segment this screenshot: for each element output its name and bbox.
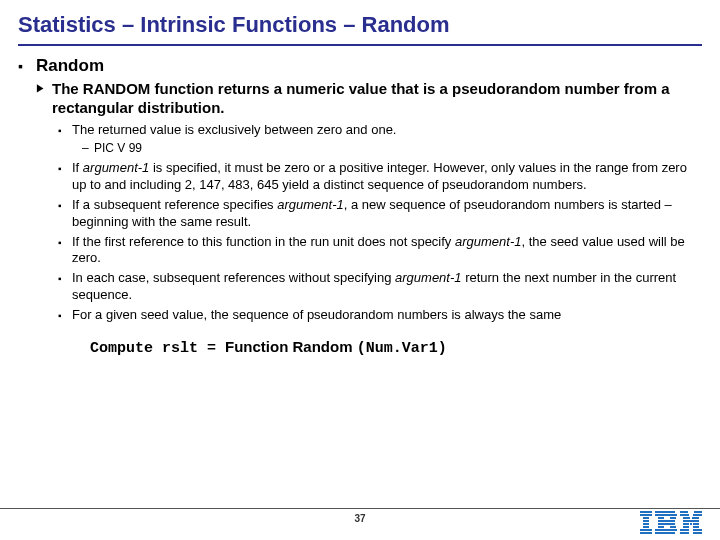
bullet-subsequent-ref: If a subsequent reference specifies argu… (58, 197, 702, 231)
svg-rect-20 (680, 514, 689, 516)
section-heading: Random The RANDOM function returns a num… (18, 56, 702, 359)
svg-rect-15 (670, 526, 676, 528)
b3-pre: If a subsequent reference specifies (72, 197, 277, 212)
b2-post: is specified, it must be zero or a posit… (72, 160, 687, 192)
b3-argname: argument-1 (277, 197, 343, 212)
svg-rect-24 (683, 520, 699, 522)
svg-rect-16 (655, 529, 677, 531)
b5-argname: argument-1 (395, 270, 461, 285)
svg-rect-12 (658, 520, 675, 522)
bullet-next-in-seq: In each case, subsequent references with… (58, 270, 702, 304)
svg-rect-23 (692, 517, 699, 519)
svg-rect-10 (658, 517, 664, 519)
slide-title: Statistics – Intrinsic Functions – Rando… (18, 12, 702, 46)
svg-rect-11 (670, 517, 676, 519)
bullet-argument-range: If argument-1 is specified, it must be z… (58, 160, 702, 194)
ibm-logo (640, 511, 702, 539)
svg-rect-3 (643, 520, 649, 522)
svg-rect-25 (683, 523, 689, 525)
footer: 37 (0, 508, 720, 540)
svg-rect-2 (643, 517, 649, 519)
b2-argname: argument-1 (83, 160, 149, 175)
b4-pre: If the first reference to this function … (72, 234, 455, 249)
code-args: (Num.Var1) (357, 340, 447, 357)
intro-text: The RANDOM function returns a numeric va… (52, 80, 670, 116)
intro-bullet: The RANDOM function returns a numeric va… (36, 80, 702, 359)
svg-rect-29 (693, 526, 699, 528)
svg-rect-9 (655, 514, 677, 516)
svg-rect-0 (640, 511, 652, 513)
b5-pre: In each case, subsequent references with… (72, 270, 395, 285)
svg-rect-5 (643, 526, 649, 528)
bullet-returned-range: The returned value is exclusively betwee… (58, 122, 702, 157)
svg-rect-18 (680, 511, 688, 513)
svg-rect-4 (643, 523, 649, 525)
svg-rect-19 (694, 511, 702, 513)
bullet-pic-clause: PIC V 99 (82, 141, 702, 157)
svg-rect-14 (658, 526, 664, 528)
b4-argname: argument-1 (455, 234, 521, 249)
svg-rect-32 (680, 532, 689, 534)
svg-rect-7 (640, 532, 652, 534)
code-function-name: Function Random (225, 338, 357, 355)
svg-rect-17 (655, 532, 675, 534)
section-heading-text: Random (36, 56, 104, 75)
bullet-first-ref: If the first reference to this function … (58, 234, 702, 268)
svg-rect-26 (690, 523, 692, 525)
b2-pre: If (72, 160, 83, 175)
svg-rect-1 (640, 514, 652, 516)
svg-rect-30 (680, 529, 689, 531)
svg-rect-13 (658, 523, 675, 525)
code-compute: Compute rslt = (90, 340, 225, 357)
svg-rect-31 (693, 529, 702, 531)
svg-rect-21 (693, 514, 702, 516)
svg-rect-27 (693, 523, 699, 525)
svg-rect-22 (683, 517, 690, 519)
svg-rect-28 (683, 526, 689, 528)
bullet-returned-range-text: The returned value is exclusively betwee… (72, 122, 396, 137)
code-example: Compute rslt = Function Random (Num.Var1… (90, 338, 702, 359)
svg-rect-8 (655, 511, 675, 513)
ibm-logo-icon (640, 511, 702, 535)
svg-rect-6 (640, 529, 652, 531)
svg-rect-33 (693, 532, 702, 534)
page-number: 37 (354, 513, 365, 524)
bullet-given-seed: For a given seed value, the sequence of … (58, 307, 702, 324)
